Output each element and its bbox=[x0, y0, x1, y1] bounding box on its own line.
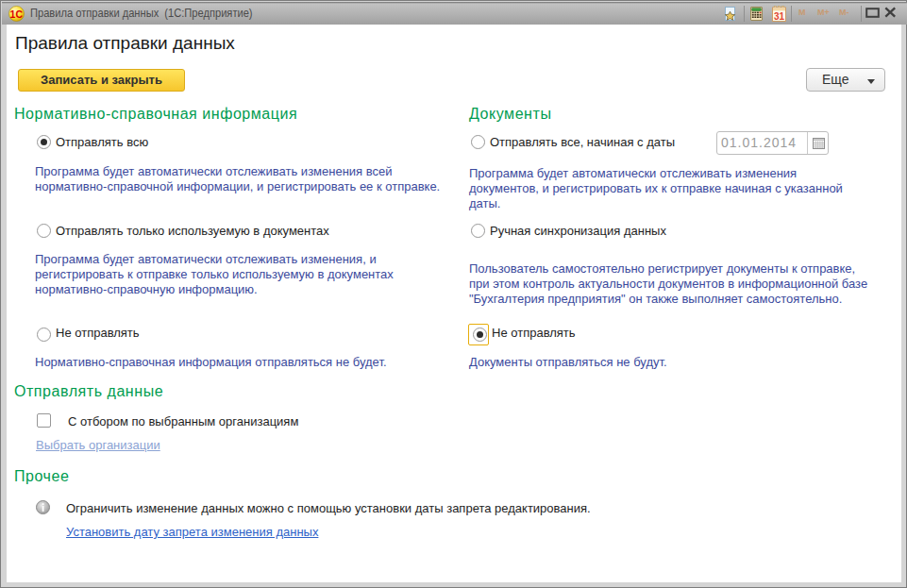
svg-text:1C: 1C bbox=[10, 8, 24, 20]
svg-text:31: 31 bbox=[774, 11, 785, 22]
